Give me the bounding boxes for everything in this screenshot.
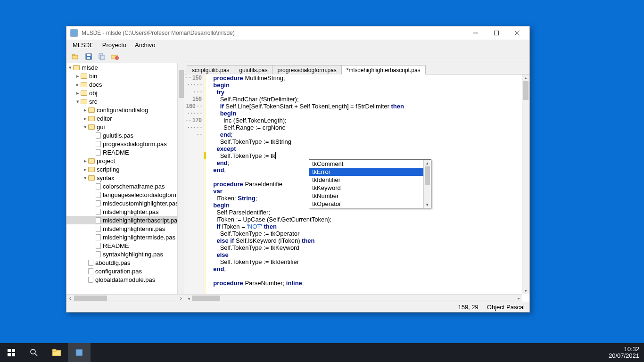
tree-file[interactable]: colorschemaframe.pas (66, 182, 185, 190)
code-editor[interactable]: · · 150 · · · · · · · · 159 160 · · · · … (185, 74, 529, 302)
tree-file[interactable]: README (66, 148, 185, 156)
titlebar[interactable]: MLSDE - mlsde (C:\Users\Profesor Momar\D… (66, 26, 529, 40)
editor-hscroll-right[interactable]: ▸ (515, 295, 522, 302)
tree-hscroll-left[interactable]: ‹ (66, 295, 74, 302)
autocomplete-item[interactable]: tkIdentifier (309, 176, 431, 184)
main-split: ▾mlsde▸bin▸docs▸obj▾src▸configurationdia… (66, 63, 529, 302)
app-icon (70, 29, 78, 37)
menu-proyecto[interactable]: Proyecto (99, 41, 130, 49)
tree-label: aboutdlg.pas (95, 259, 130, 266)
tree-twisty[interactable]: ▸ (75, 90, 81, 96)
explorer-button[interactable] (45, 343, 68, 362)
tree-folder[interactable]: ▸docs (66, 80, 185, 89)
tree-label: obj (89, 90, 97, 97)
folder-icon (88, 124, 95, 130)
editor-vscroll-thumb[interactable] (523, 81, 528, 100)
tree-file[interactable]: mlsdehighlighter.pas (66, 207, 185, 216)
minimize-button[interactable] (465, 26, 486, 40)
tree-twisty[interactable]: ▾ (83, 124, 88, 130)
tree-file[interactable]: guiutils.pas (66, 131, 185, 140)
tree-folder[interactable]: ▸editor (66, 114, 185, 123)
tree-folder[interactable]: ▾src (66, 97, 185, 106)
open-button[interactable] (70, 51, 81, 62)
autocomplete-scrollbar[interactable]: ▴ ▾ (423, 160, 431, 208)
autocomplete-item[interactable]: tkOperator (309, 200, 431, 208)
tree-hscroll-thumb[interactable] (74, 296, 107, 301)
tree-twisty[interactable]: ▸ (83, 107, 88, 113)
tree-twisty[interactable]: ▸ (83, 166, 88, 173)
tree-folder[interactable]: ▾mlsde (66, 63, 185, 72)
tree-folder[interactable]: ▸scripting (66, 165, 185, 173)
window-title: MLSDE - mlsde (C:\Users\Profesor Momar\D… (82, 30, 465, 36)
tree-file[interactable]: mlsdecustomhighlighter.pas (66, 199, 185, 207)
tree-folder[interactable]: ▸obj (66, 89, 185, 97)
tree-twisty[interactable]: ▾ (83, 175, 88, 181)
tree-twisty[interactable]: ▾ (75, 99, 81, 105)
editor-vscroll-up[interactable]: ▴ (522, 74, 529, 81)
tree-file[interactable]: README (66, 241, 185, 250)
tree-twisty[interactable]: ▸ (75, 82, 81, 88)
tree-twisty[interactable]: ▾ (67, 65, 73, 71)
tree-file[interactable]: syntaxhighlighting.pas (66, 250, 185, 258)
autocomplete-item[interactable]: tkComment (309, 160, 431, 168)
tree-file[interactable]: mlsdehighlighterbascript.pas (66, 216, 185, 224)
tree-twisty[interactable]: ▸ (75, 73, 81, 79)
tree-folder[interactable]: ▾syntax (66, 173, 185, 182)
tree-folder[interactable]: ▸project (66, 156, 185, 165)
tree-label: configuration.pas (95, 268, 142, 275)
tree-twisty[interactable]: ▸ (83, 158, 88, 164)
tree-file[interactable]: mlsdehighlighterini.pas (66, 224, 185, 233)
autocomplete-scroll-up[interactable]: ▴ (424, 160, 431, 166)
start-button[interactable] (0, 343, 23, 362)
copy-button[interactable] (97, 51, 107, 62)
autocomplete-item[interactable]: tkError (309, 168, 431, 176)
gutter: · · 150 · · · · · · · · 159 160 · · · · … (185, 74, 204, 294)
close-button[interactable] (507, 26, 528, 40)
tree-folder[interactable]: ▸bin (66, 72, 185, 80)
tree-file[interactable]: languageselectordialogform.p (66, 190, 185, 199)
editor-vscrollbar[interactable]: ▴ ▾ (522, 74, 529, 294)
tree-twisty[interactable]: ▸ (83, 115, 88, 122)
app-taskbar-button[interactable] (68, 343, 91, 362)
tree-hscroll-right[interactable]: › (177, 295, 185, 302)
language-mode: Object Pascal (487, 304, 525, 311)
tree-file[interactable]: configuration.pas (66, 267, 185, 275)
system-tray[interactable]: 10:32 20/07/2021 (604, 345, 644, 361)
svg-rect-21 (52, 349, 56, 351)
tree-file[interactable]: progressdialogform.pas (66, 140, 185, 148)
tree-file[interactable]: aboutdlg.pas (66, 258, 185, 267)
save-button[interactable] (83, 51, 94, 62)
tab[interactable]: progressdialogform.pas (272, 65, 341, 74)
autocomplete-item[interactable]: tkNumber (309, 192, 431, 200)
file-icon (96, 141, 101, 147)
tab[interactable]: guiutils.pas (234, 65, 272, 74)
menu-mlsde[interactable]: MLSDE (69, 41, 98, 49)
stop-button[interactable] (110, 51, 120, 62)
editor-hscroll-thumb[interactable] (192, 296, 220, 301)
editor-area: scriptguilib.pasguiutils.pasprogressdial… (185, 63, 529, 302)
folder-icon (88, 107, 95, 113)
tree-label: project (97, 157, 115, 165)
tree-vscrollbar[interactable] (177, 63, 185, 294)
tab[interactable]: scriptguilib.pas (187, 65, 234, 74)
editor-hscrollbar[interactable]: ◂ ▸ (185, 294, 522, 302)
tree-file[interactable]: globaldatamodule.pas (66, 275, 185, 284)
taskbar[interactable]: 10:32 20/07/2021 (0, 343, 644, 362)
autocomplete-item[interactable]: tkKeyword (309, 184, 431, 192)
search-button[interactable] (23, 343, 45, 362)
tree-folder[interactable]: ▾gui (66, 123, 185, 131)
autocomplete-scroll-down[interactable]: ▾ (424, 201, 431, 208)
project-tree[interactable]: ▾mlsde▸bin▸docs▸obj▾src▸configurationdia… (66, 63, 185, 294)
tree-file[interactable]: mlsdehighlightermlsde.pas (66, 233, 185, 241)
editor-vscroll-down[interactable]: ▾ (522, 288, 529, 294)
statusbar: 159, 29 Object Pascal (66, 302, 529, 312)
tree-folder[interactable]: ▸configurationdialog (66, 106, 185, 114)
maximize-button[interactable] (486, 26, 507, 40)
editor-hscroll-left[interactable]: ◂ (185, 295, 192, 302)
tab[interactable]: *mlsdehighlighterbascript.pas (341, 65, 426, 74)
autocomplete-scroll-thumb[interactable] (425, 166, 430, 185)
tree-vscroll-thumb[interactable] (179, 70, 184, 98)
menu-archivo[interactable]: Archivo (131, 41, 159, 49)
autocomplete-popup[interactable]: tkCommenttkErrortkIdentifiertkKeywordtkN… (309, 159, 431, 208)
tree-hscrollbar[interactable]: ‹ › (66, 294, 185, 302)
